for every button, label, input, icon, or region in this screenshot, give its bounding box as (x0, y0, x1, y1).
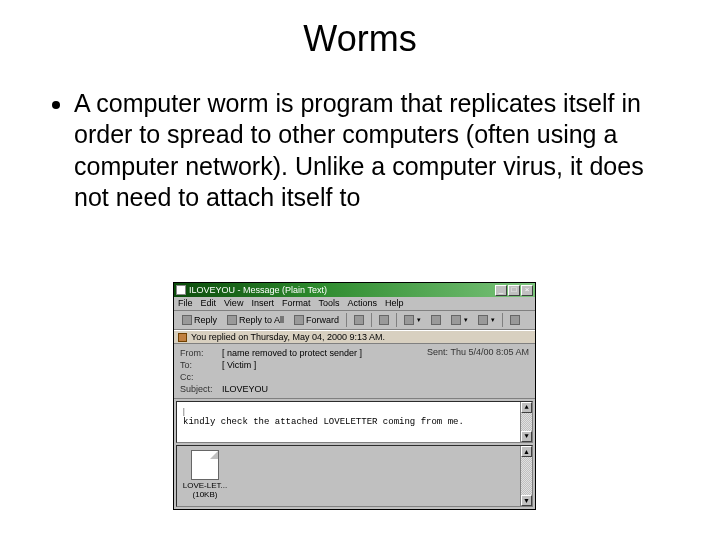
prev-button[interactable]: ▾ (447, 313, 472, 327)
scroll-up-button[interactable]: ▲ (521, 402, 532, 413)
subject-value: ILOVEYOU (222, 384, 529, 394)
chevron-down-icon: ▾ (464, 316, 468, 324)
from-label: From: (180, 348, 222, 358)
menubar: File Edit View Insert Format Tools Actio… (174, 297, 535, 311)
reply-all-button[interactable]: Reply to All (223, 313, 288, 327)
info-bar-text: You replied on Thursday, May 04, 2000 9:… (191, 332, 385, 342)
next-button[interactable]: ▾ (474, 313, 499, 327)
reply-icon (182, 315, 192, 325)
menu-file[interactable]: File (178, 298, 193, 308)
sent-value: Thu 5/4/00 8:05 AM (450, 347, 529, 357)
scroll-up-button[interactable]: ▲ (521, 446, 532, 457)
menu-help[interactable]: Help (385, 298, 404, 308)
chevron-down-icon: ▾ (417, 316, 421, 324)
info-icon (178, 333, 187, 342)
slide-title: Worms (0, 0, 720, 60)
help-icon (510, 315, 520, 325)
maximize-button[interactable]: □ (508, 285, 520, 296)
cc-value (222, 372, 529, 382)
subject-label: Subject: (180, 384, 222, 394)
minimize-button[interactable]: _ (495, 285, 507, 296)
to-value: [ Victim ] (222, 360, 529, 370)
flag-button[interactable] (375, 313, 393, 327)
reply-info-bar: You replied on Thursday, May 04, 2000 9:… (174, 330, 535, 344)
chevron-down-icon: ▾ (491, 316, 495, 324)
vertical-scrollbar[interactable]: ▲ ▼ (520, 402, 532, 442)
attachment-item[interactable]: LOVE-LET... (10KB) (181, 450, 229, 500)
menu-format[interactable]: Format (282, 298, 311, 308)
menu-insert[interactable]: Insert (251, 298, 274, 308)
print-icon (354, 315, 364, 325)
window-title: ILOVEYOU - Message (Plain Text) (189, 283, 495, 297)
print-button[interactable] (350, 313, 368, 327)
delete-icon (431, 315, 441, 325)
reply-button[interactable]: Reply (178, 313, 221, 327)
attachment-size: (10KB) (181, 491, 229, 500)
forward-button[interactable]: Forward (290, 313, 343, 327)
flag-icon (379, 315, 389, 325)
menu-actions[interactable]: Actions (347, 298, 377, 308)
message-headers: From: [ name removed to protect sender ]… (174, 344, 535, 399)
menu-tools[interactable]: Tools (318, 298, 339, 308)
scroll-track[interactable] (521, 413, 532, 431)
toolbar-separator (396, 313, 397, 327)
slide-body: A computer worm is program that replicat… (0, 60, 720, 213)
toolbar: Reply Reply to All Forward ▾ ▾ ▾ (174, 311, 535, 330)
move-button[interactable]: ▾ (400, 313, 425, 327)
scroll-down-button[interactable]: ▼ (521, 495, 532, 506)
attachment-file-icon (191, 450, 219, 480)
email-window: ILOVEYOU - Message (Plain Text) _ □ × Fi… (173, 282, 536, 510)
forward-icon (294, 315, 304, 325)
toolbar-separator (346, 313, 347, 327)
scroll-down-button[interactable]: ▼ (521, 431, 532, 442)
scroll-track[interactable] (521, 457, 532, 495)
from-value: [ name removed to protect sender ] (222, 348, 427, 358)
body-text: kindly check the attached LOVELETTER com… (183, 417, 464, 427)
sent-label: Sent: (427, 347, 448, 357)
message-body[interactable]: | kindly check the attached LOVELETTER c… (176, 401, 533, 443)
toolbar-separator (502, 313, 503, 327)
reply-all-icon (227, 315, 237, 325)
to-label: To: (180, 360, 222, 370)
cc-label: Cc: (180, 372, 222, 382)
text-cursor: | (183, 406, 185, 416)
vertical-scrollbar[interactable]: ▲ ▼ (520, 446, 532, 506)
arrow-down-icon (478, 315, 488, 325)
help-button[interactable] (506, 313, 524, 327)
sent-block: Sent: Thu 5/4/00 8:05 AM (427, 347, 529, 359)
titlebar: ILOVEYOU - Message (Plain Text) _ □ × (174, 283, 535, 297)
attachment-pane: LOVE-LET... (10KB) ▲ ▼ (176, 445, 533, 507)
folder-icon (404, 315, 414, 325)
mail-icon (176, 285, 186, 295)
menu-edit[interactable]: Edit (201, 298, 217, 308)
toolbar-separator (371, 313, 372, 327)
arrow-up-icon (451, 315, 461, 325)
delete-button[interactable] (427, 313, 445, 327)
close-button[interactable]: × (521, 285, 533, 296)
menu-view[interactable]: View (224, 298, 243, 308)
bullet-1: A computer worm is program that replicat… (74, 88, 670, 213)
